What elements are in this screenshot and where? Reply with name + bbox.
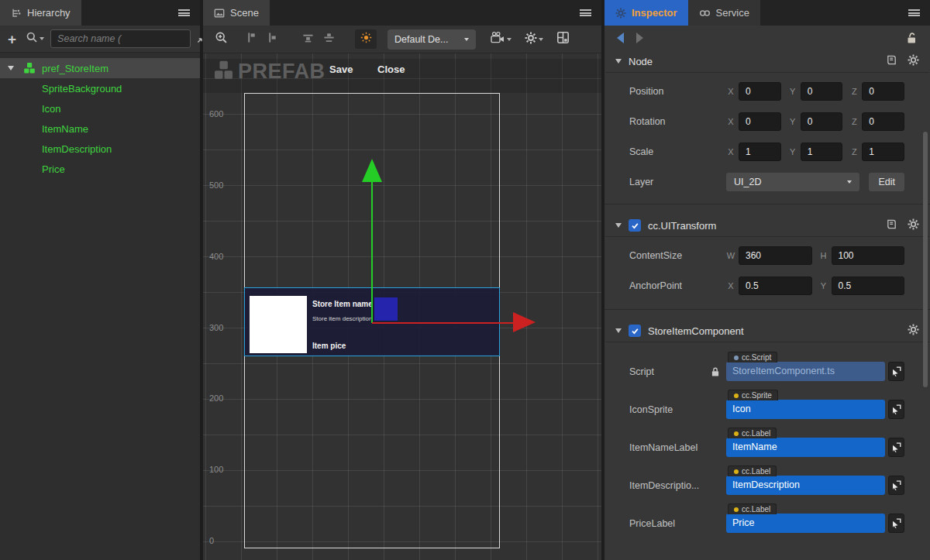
tree-row[interactable]: ItemName [0,119,200,139]
inspector-scrollbar[interactable] [923,132,928,387]
node-picker-button[interactable] [888,514,904,533]
layout-split-button[interactable] [556,31,570,47]
component-properties: Script cc.Script StoreItemComponent.ts [604,342,930,554]
content-size-h-input[interactable]: 100 [832,246,905,265]
anchor-point-x-input[interactable]: 0.5 [739,277,812,295]
search-filter-button[interactable] [26,31,44,46]
expander-icon[interactable] [615,223,622,228]
gizmo-y-axis[interactable] [371,182,373,323]
item-name-reference-field[interactable]: ItemName [726,438,885,457]
expander-icon[interactable] [8,66,14,70]
component-enabled-checkbox[interactable] [629,219,641,232]
gizmo-xy-plane-handle[interactable] [374,297,398,321]
tree-row[interactable]: SpriteBackground [0,78,200,98]
tree-item-label: ItemName [42,123,88,135]
inspector-menu-icon[interactable] [908,9,920,16]
help-book-icon[interactable] [886,54,897,69]
expander-icon[interactable] [615,59,622,64]
position-label: Position [629,86,726,97]
align-horizontal-edge-button[interactable] [302,32,314,46]
position-y-input[interactable]: 0 [801,82,843,101]
gear-icon[interactable] [908,324,919,338]
script-row: Script cc.Script StoreItemComponent.ts [629,352,904,381]
unlock-icon[interactable] [906,32,918,44]
align-horizontal-center-button[interactable] [323,32,335,46]
rotation-y-input[interactable]: 0 [801,112,843,131]
light-toggle-button[interactable] [355,29,377,49]
gear-icon [525,32,537,47]
script-reference-field[interactable]: StoreItemComponent.ts [726,362,885,381]
icon-sprite-row: IconSprite cc.Sprite Icon [629,390,904,419]
node-picker-button[interactable] [888,438,904,457]
layer-dropdown[interactable]: UI_2D [726,173,859,191]
zoom-icon [215,31,228,47]
item-description-reference-field[interactable]: ItemDescription [726,476,885,495]
gizmo-x-axis[interactable] [372,322,513,324]
node-picker-button[interactable] [888,362,904,381]
rotation-x-input[interactable]: 0 [739,112,781,131]
position-x-input[interactable]: 0 [739,82,781,101]
editor-root: Hierarchy + [0,0,930,560]
price-reference-field[interactable]: Price [726,514,885,533]
position-z-input[interactable]: 0 [862,82,904,101]
component-title: StoreItemComponent [648,325,744,337]
align-vertical-edge-button[interactable] [246,32,257,46]
tab-scene[interactable]: Scene [203,0,270,26]
gear-icon[interactable] [908,218,919,233]
gizmo-y-arrowhead[interactable] [362,159,382,182]
expander-icon[interactable] [615,328,622,333]
component-enabled-checkbox[interactable] [629,325,641,337]
gear-icon[interactable] [908,54,919,69]
history-back-icon[interactable] [617,33,624,43]
rotation-z-input[interactable]: 0 [862,112,904,131]
scale-z-input[interactable]: 1 [862,143,904,161]
layer-row: Layer UI_2D Edit [629,173,904,191]
rotation-label: Rotation [629,116,726,127]
close-button[interactable]: Close [377,64,405,75]
device-preset-dropdown[interactable]: Default De... [388,29,476,50]
icon-sprite-reference-field[interactable]: Icon [726,400,885,419]
align-vertical-center-icon [267,32,278,46]
x-axis-label: X [726,117,735,126]
camera-settings-button[interactable] [491,32,512,46]
tree-row[interactable]: Icon [0,98,200,119]
zoom-tool-button[interactable] [215,31,228,47]
node-section-header[interactable]: Node [604,50,930,72]
type-dot-icon [734,469,739,474]
scale-x-input[interactable]: 1 [739,143,781,161]
history-forward-icon[interactable] [636,33,643,43]
align-vertical-center-button[interactable] [267,32,278,46]
y-axis-label: Y [788,87,797,96]
hierarchy-menu-icon[interactable] [178,9,190,16]
tab-hierarchy[interactable]: Hierarchy [0,0,81,26]
component-section-header[interactable]: StoreItemComponent [604,320,930,342]
uitransform-section-header[interactable]: cc.UITransform [604,215,930,236]
tab-service[interactable]: Service [688,0,760,26]
content-size-w-input[interactable]: 360 [739,246,812,265]
scene-menu-icon[interactable] [580,9,591,16]
gizmo-x-arrowhead[interactable] [513,312,536,332]
tree-row[interactable]: ItemDescription [0,139,200,159]
ruler-label: 300 [209,323,223,332]
scene-gear-button[interactable] [525,32,543,47]
layer-edit-button[interactable]: Edit [869,173,904,191]
save-button[interactable]: Save [329,64,353,75]
help-book-icon[interactable] [886,218,897,233]
node-picker-button[interactable] [888,476,904,495]
prefab-badge-label: PREFAB [238,60,326,84]
layer-label: Layer [629,177,726,187]
add-node-button[interactable]: + [8,32,16,46]
scale-y-input[interactable]: 1 [801,143,843,161]
tree-row[interactable]: Price [0,159,200,179]
node-picker-button[interactable] [888,400,904,419]
store-item-name-text: Store Item name [312,300,373,308]
scene-toolbar: Default De... [203,26,601,53]
chevron-down-icon [464,38,469,41]
tree-row-root[interactable]: pref_StoreItem [0,58,200,78]
anchor-point-y-input[interactable]: 0.5 [832,277,905,295]
ruler-label: 500 [209,180,223,190]
scene-viewport[interactable]: PREFAB Save Close 600 500 400 300 200 10… [203,53,601,560]
search-input[interactable] [50,29,191,48]
script-label: Script [629,366,654,377]
tab-inspector[interactable]: Inspector [604,0,688,26]
